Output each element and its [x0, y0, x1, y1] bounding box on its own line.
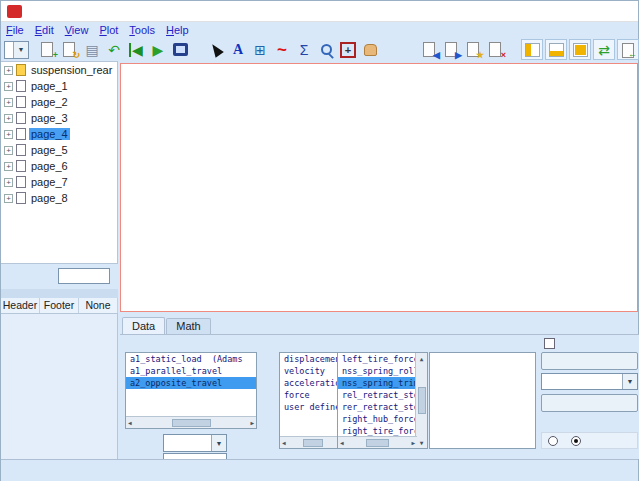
load-page-icon[interactable]: ←: [617, 39, 639, 60]
delete-page-icon[interactable]: ×: [485, 39, 507, 60]
plot-frame-icon[interactable]: ⊞: [249, 39, 271, 60]
tree-item-page_7[interactable]: +page_7: [1, 174, 117, 190]
radio-data[interactable]: [571, 435, 584, 447]
menu-view[interactable]: View: [65, 24, 89, 36]
horizontal-scrollbar[interactable]: ◀▶: [126, 416, 256, 428]
menu-file[interactable]: File: [6, 24, 24, 36]
layout-bottom-icon[interactable]: [545, 39, 567, 60]
horizontal-scrollbar[interactable]: ◀▶: [338, 436, 417, 448]
new-page-icon[interactable]: +: [37, 39, 59, 60]
expander-icon[interactable]: +: [4, 178, 13, 187]
tab-data[interactable]: Data: [122, 317, 165, 334]
next-page-icon[interactable]: ▶: [441, 39, 463, 60]
maximize-button[interactable]: [572, 1, 605, 21]
name-filter-input[interactable]: [58, 268, 110, 284]
expander-icon[interactable]: +: [4, 162, 13, 171]
tree-item-label[interactable]: page_6: [29, 160, 70, 172]
source-select[interactable]: ▼: [163, 434, 227, 452]
fit-all-icon[interactable]: +: [337, 39, 359, 60]
menu-tools[interactable]: Tools: [129, 24, 155, 36]
tree-item-label[interactable]: page_8: [29, 192, 70, 204]
zoom-box-icon[interactable]: [315, 39, 337, 60]
tree-item-page_1[interactable]: +page_1: [1, 78, 117, 94]
radio-icon[interactable]: [571, 436, 581, 446]
tab-header[interactable]: Header: [1, 298, 40, 313]
expander-icon[interactable]: +: [4, 98, 13, 107]
radio-time[interactable]: [548, 435, 561, 447]
page-icon: [16, 192, 26, 204]
tree-item-page_4[interactable]: +page_4: [1, 126, 117, 142]
tree-item-suspension_rear[interactable]: +suspension_rear: [1, 62, 117, 78]
clear-plot-button[interactable]: [541, 394, 638, 412]
list-item[interactable]: nss_spring_roll_data: [338, 365, 415, 377]
menu-help[interactable]: Help: [166, 24, 189, 36]
tab-math[interactable]: Math: [166, 318, 210, 335]
expander-icon[interactable]: +: [4, 82, 13, 91]
simulation-list[interactable]: a1_static_load (Adamsa1_parallel_travela…: [125, 352, 257, 429]
list-item[interactable]: a1_static_load (Adams: [126, 353, 256, 365]
close-button[interactable]: [605, 1, 638, 21]
previous-page-icon[interactable]: ◀: [419, 39, 441, 60]
layout-left-icon[interactable]: [521, 39, 543, 60]
vertical-scrollbar[interactable]: ▲▼: [415, 353, 427, 448]
list-item[interactable]: a1_parallel_travel: [126, 365, 256, 377]
sigma-icon[interactable]: Σ: [293, 39, 315, 60]
menu-plot[interactable]: Plot: [99, 24, 118, 36]
page-icon: [16, 176, 26, 188]
page-icon: [16, 112, 26, 124]
tree-item-label[interactable]: page_7: [29, 176, 70, 188]
tree-item-page_5[interactable]: +page_5: [1, 142, 117, 158]
text-tool-icon[interactable]: A: [227, 39, 249, 60]
curve-tool-icon[interactable]: ~: [271, 39, 293, 60]
expander-icon[interactable]: +: [4, 130, 13, 139]
tree-item-label[interactable]: page_5: [29, 144, 70, 156]
expander-icon[interactable]: +: [4, 146, 13, 155]
surf-checkbox[interactable]: [544, 337, 559, 349]
chevron-down-icon[interactable]: ▼: [622, 374, 637, 389]
tree-item-label[interactable]: page_1: [29, 80, 70, 92]
tree-item-label[interactable]: page_3: [29, 112, 70, 124]
add-curves-button[interactable]: [541, 352, 638, 370]
expander-icon[interactable]: +: [4, 194, 13, 203]
chevron-down-icon[interactable]: ▼: [13, 42, 28, 58]
pan-hand-icon[interactable]: [359, 39, 381, 60]
tree-item-page_2[interactable]: +page_2: [1, 94, 117, 110]
list-item[interactable]: right_hub_forces: [338, 413, 415, 425]
expander-icon[interactable]: +: [4, 114, 13, 123]
add-mode-select[interactable]: ▼: [541, 373, 638, 390]
collapse-handle[interactable]: [1, 289, 118, 298]
component-list[interactable]: [429, 352, 536, 449]
tree-item-label[interactable]: suspension_rear: [29, 64, 114, 76]
chevron-down-icon[interactable]: ▼: [211, 435, 226, 451]
animation-icon[interactable]: [169, 39, 191, 60]
mode-select[interactable]: ▼: [4, 41, 29, 59]
tree-item-page_8[interactable]: +page_8: [1, 190, 117, 206]
tree-item-label[interactable]: page_4: [29, 128, 70, 140]
list-item[interactable]: rel_retract_stop_data: [338, 389, 415, 401]
list-item[interactable]: nss_spring_trim_data: [338, 377, 415, 389]
tree-item-page_6[interactable]: +page_6: [1, 158, 117, 174]
radio-icon[interactable]: [548, 436, 558, 446]
reload-icon[interactable]: ↻: [59, 39, 81, 60]
list-item[interactable]: rer_retract_stop_data: [338, 401, 415, 413]
plot-area[interactable]: [120, 63, 638, 312]
print-icon[interactable]: ▤: [81, 39, 103, 60]
list-item[interactable]: left_tire_forces: [338, 353, 415, 365]
expander-icon[interactable]: +: [4, 66, 13, 75]
tab-footer[interactable]: Footer: [40, 298, 79, 313]
create-page-icon[interactable]: ★: [463, 39, 485, 60]
request-list[interactable]: left_tire_forcesnss_spring_roll_datanss_…: [337, 352, 428, 449]
skip-to-start-icon[interactable]: ◀: [125, 39, 147, 60]
list-item[interactable]: a2_opposite_travel: [126, 377, 256, 389]
layout-full-icon[interactable]: [569, 39, 591, 60]
swap-view-icon[interactable]: ⇄: [593, 39, 615, 60]
tree-item-page_3[interactable]: +page_3: [1, 110, 117, 126]
play-icon[interactable]: ▶: [147, 39, 169, 60]
undo-icon[interactable]: ↶: [103, 39, 125, 60]
select-cursor-icon[interactable]: [205, 39, 227, 60]
menu-edit[interactable]: Edit: [35, 24, 54, 36]
checkbox-icon[interactable]: [544, 338, 555, 349]
tab-none[interactable]: None: [79, 298, 118, 313]
tree-item-label[interactable]: page_2: [29, 96, 70, 108]
minimize-button[interactable]: [539, 1, 572, 21]
